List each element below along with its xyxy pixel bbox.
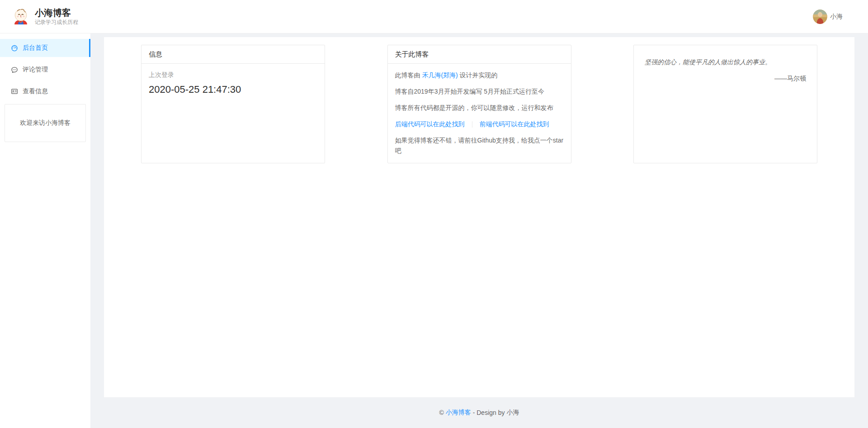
user-menu[interactable]: 小海 [813,10,843,24]
vertical-divider [472,121,472,128]
brand-text: 小海博客 记录学习成长历程 [35,7,78,26]
about-line-1: 此博客由 禾几海(郑海) 设计并实现的 [395,70,564,81]
quote-card: 坚强的信心，能使平凡的人做出惊人的事业。 ——马尔顿 [633,45,817,163]
sidebar-item-view-info[interactable]: 查看信息 [0,82,90,100]
about-line-2: 博客自2019年3月开始开发编写 5月开始正式运行至今 [395,86,564,97]
about-code-links: 后端代码可以在此处找到前端代码可以在此处找到 [395,119,564,129]
sidebar: 后台首页 评论管理 [0,33,90,428]
idcard-icon [11,88,18,95]
blog-logo-icon [12,8,30,26]
info-card: 信息 上次登录 2020-05-25 21:47:30 [141,45,325,163]
welcome-text: 欢迎来访小海博客 [20,119,71,127]
quote-author: ——马尔顿 [645,73,806,84]
quote-card-body: 坚强的信心，能使平凡的人做出惊人的事业。 ——马尔顿 [634,45,817,84]
user-name: 小海 [830,13,843,21]
layout-body: 后台首页 评论管理 [0,33,868,428]
content-area: 信息 上次登录 2020-05-25 21:47:30 关于此博客 此博客由 禾… [90,33,868,428]
footer-copyright: © [439,409,446,416]
sidebar-item-label: 后台首页 [23,44,48,52]
last-login-label: 上次登录 [149,71,317,79]
quote-text: 坚强的信心，能使平凡的人做出惊人的事业。 [645,57,806,67]
author-link[interactable]: 禾几海(郑海) [422,71,458,79]
frontend-code-link[interactable]: 前端代码可以在此处找到 [480,120,549,128]
main-panel: 信息 上次登录 2020-05-25 21:47:30 关于此博客 此博客由 禾… [104,37,854,397]
site-subtitle: 记录学习成长历程 [35,19,78,26]
sidebar-item-label: 评论管理 [23,66,48,74]
site-title: 小海博客 [35,7,78,19]
about-card-title: 关于此博客 [388,45,571,64]
footer-site-link[interactable]: 小海博客 [446,409,471,417]
comment-icon [11,66,18,73]
dashboard-icon [11,44,18,52]
about-line-5: 如果觉得博客还不错，请前往Github支持我，给我点一个star吧 [395,135,564,156]
backend-code-link[interactable]: 后端代码可以在此处找到 [395,120,465,128]
sidebar-item-label: 查看信息 [23,87,48,95]
about-line1-prefix: 此博客由 [395,71,422,79]
footer-author: 小海 [506,409,519,417]
user-avatar [813,10,827,24]
about-card: 关于此博客 此博客由 禾几海(郑海) 设计并实现的 博客自2019年3月开始开发… [387,45,571,163]
about-line-3: 博客所有代码都是开源的，你可以随意修改，运行和发布 [395,103,564,113]
info-card-body: 上次登录 2020-05-25 21:47:30 [142,64,325,102]
sidebar-item-dashboard[interactable]: 后台首页 [0,39,90,57]
welcome-box: 欢迎来访小海博客 [5,104,86,142]
footer-middle-text: - Design by [471,409,507,416]
app-header: 小海博客 记录学习成长历程 小海 [0,0,868,33]
footer: © 小海博客 - Design by 小海 [104,397,854,428]
logo-link[interactable]: 小海博客 记录学习成长历程 [12,7,78,26]
last-login-value: 2020-05-25 21:47:30 [149,84,317,95]
about-card-body: 此博客由 禾几海(郑海) 设计并实现的 博客自2019年3月开始开发编写 5月开… [388,64,571,168]
about-line1-suffix: 设计并实现的 [458,71,498,79]
sidebar-menu: 后台首页 评论管理 [0,39,90,100]
info-card-title: 信息 [142,45,325,64]
page: 小海博客 记录学习成长历程 小海 [0,0,868,428]
sidebar-item-comments[interactable]: 评论管理 [0,61,90,79]
